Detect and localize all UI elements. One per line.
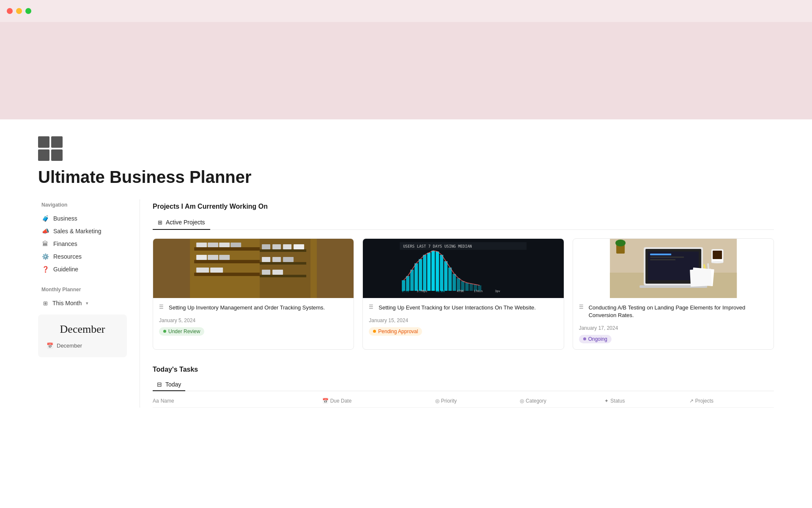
sidebar-label-business: Business — [53, 215, 77, 222]
status-badge-ab: Ongoing — [579, 335, 612, 343]
name-icon: Aa — [153, 398, 159, 404]
page-icon — [38, 136, 63, 161]
svg-text:3pv: 3pv — [495, 290, 500, 293]
chevron-down-icon: ▾ — [86, 301, 88, 306]
project-title-tracking: Setting Up Event Tracking for User Inter… — [379, 304, 536, 312]
svg-rect-11 — [219, 255, 230, 260]
project-date-tracking: January 15, 2024 — [369, 318, 557, 323]
svg-rect-20 — [260, 249, 306, 252]
project-card-body-tracking: ☰ Setting Up Event Tracking for User Int… — [363, 298, 563, 342]
svg-rect-21 — [260, 262, 306, 265]
calendar-month: December — [47, 323, 118, 336]
project-card-inventory[interactable]: ☰ Setting Up Inventory Management and Or… — [153, 238, 354, 350]
svg-rect-45 — [444, 261, 447, 291]
calendar-card: December 📅 December — [38, 315, 127, 357]
svg-rect-27 — [262, 257, 270, 262]
today-tab-label: Today — [165, 381, 181, 388]
svg-text:USERS LAST 7 DAYS USING MEDIAN: USERS LAST 7 DAYS USING MEDIAN — [403, 244, 472, 248]
project-thumbnail-laptop — [573, 239, 774, 298]
svg-rect-40 — [423, 255, 426, 291]
maximize-button[interactable] — [25, 8, 31, 14]
svg-point-71 — [711, 261, 723, 263]
page-title: Ultimate Business Planner — [38, 168, 774, 187]
svg-rect-10 — [208, 255, 218, 260]
svg-rect-7 — [219, 243, 230, 247]
project-card-body-ab: ☰ Conducting A/B Testing on Landing Page… — [573, 298, 774, 349]
col-header-category: ◎ Category — [520, 398, 604, 404]
status-label-ab: Ongoing — [588, 336, 607, 342]
svg-rect-70 — [713, 251, 722, 259]
sidebar-item-resources[interactable]: ⚙️ Resources — [38, 250, 127, 263]
svg-text:3.7Mps: 3.7Mps — [417, 290, 427, 293]
tab-active-projects[interactable]: ⊞ Active Projects — [153, 215, 210, 230]
svg-rect-3 — [194, 260, 262, 263]
svg-rect-30 — [262, 270, 270, 275]
table-column-headers: Aa Name 📅 Due Date ◎ Priority ◎ Category… — [153, 395, 774, 408]
project-thumbnail-analytics: USERS LAST 7 DAYS USING MEDIAN — [363, 239, 563, 298]
status-dot-green — [163, 330, 166, 333]
tab-today[interactable]: ⊟ Today — [153, 378, 185, 391]
col-header-status: ✦ Status — [604, 398, 689, 404]
status-label-tracking: Pending Approval — [378, 329, 418, 334]
calendar-col-icon: 📅 — [322, 398, 329, 404]
project-card-tracking[interactable]: USERS LAST 7 DAYS USING MEDIAN — [362, 238, 564, 350]
this-month-item[interactable]: ⊞ This Month ▾ — [38, 297, 127, 309]
this-month-label: This Month — [52, 300, 82, 306]
projects-tabs-bar: ⊞ Active Projects — [153, 215, 774, 230]
page-title-area: Ultimate Business Planner — [0, 161, 812, 199]
svg-rect-51 — [469, 284, 473, 291]
grid-tab-icon: ⊞ — [158, 219, 162, 226]
close-button[interactable] — [7, 8, 13, 14]
gear-icon: ⚙️ — [41, 253, 49, 260]
project-title-ab: Conducting A/B Testing on Landing Page E… — [589, 304, 768, 319]
status-badge-inventory: Under Review — [159, 327, 204, 336]
svg-rect-8 — [230, 243, 241, 247]
svg-rect-67 — [650, 259, 675, 260]
svg-text:17min: 17min — [474, 290, 483, 293]
svg-rect-47 — [453, 274, 456, 291]
project-date-ab: January 17, 2024 — [579, 325, 768, 331]
svg-rect-37 — [410, 270, 414, 291]
monthly-planner-section: Monthly Planner ⊞ This Month ▾ December … — [38, 284, 127, 357]
svg-rect-4 — [194, 273, 262, 276]
svg-rect-39 — [419, 259, 422, 291]
sidebar-item-business[interactable]: 🧳 Business — [38, 212, 127, 225]
project-thumbnail-warehouse — [153, 239, 354, 298]
bank-icon: 🏛 — [41, 240, 49, 248]
icon-cell-br — [51, 149, 63, 161]
status-dot-purple — [583, 337, 586, 340]
project-card-ab-testing[interactable]: ☰ Conducting A/B Testing on Landing Page… — [573, 238, 774, 350]
warehouse-svg — [153, 239, 354, 298]
projects-col-icon: ↗ — [689, 398, 694, 404]
sidebar-item-finances[interactable]: 🏛 Finances — [38, 237, 127, 250]
sidebar-label-guideline: Guideline — [53, 266, 78, 273]
main-layout: Navigation 🧳 Business 📣 Sales & Marketin… — [0, 199, 812, 408]
sidebar-item-sales-marketing[interactable]: 📣 Sales & Marketing — [38, 225, 127, 237]
svg-rect-24 — [272, 244, 281, 249]
svg-rect-6 — [208, 243, 218, 247]
svg-rect-65 — [650, 254, 671, 255]
list-icon-2: ☰ — [369, 304, 373, 310]
col-header-priority: ◎ Priority — [435, 398, 520, 404]
project-card-body-inventory: ☰ Setting Up Inventory Management and Or… — [153, 298, 354, 342]
calendar-icon: 📅 — [47, 342, 53, 349]
svg-rect-44 — [440, 255, 443, 291]
projects-grid: ☰ Setting Up Inventory Management and Or… — [153, 238, 774, 350]
briefcase-icon: 🧳 — [41, 215, 49, 222]
project-date-inventory: January 5, 2024 — [159, 318, 348, 323]
category-icon: ◎ — [520, 398, 524, 404]
calendar-footer: 📅 December — [47, 342, 118, 349]
laptop-svg — [573, 239, 774, 298]
sidebar: Navigation 🧳 Business 📣 Sales & Marketin… — [38, 199, 140, 408]
svg-rect-36 — [406, 276, 409, 291]
megaphone-icon: 📣 — [41, 227, 49, 235]
svg-rect-28 — [272, 257, 281, 262]
icon-cell-tr — [51, 136, 63, 148]
svg-rect-48 — [457, 278, 460, 291]
minimize-button[interactable] — [16, 8, 22, 14]
sidebar-item-guideline[interactable]: ❓ Guideline — [38, 263, 127, 276]
svg-rect-43 — [436, 251, 439, 291]
svg-rect-75 — [690, 269, 712, 287]
icon-cell-tl — [38, 136, 49, 148]
svg-text:40.8%: 40.8% — [436, 290, 445, 293]
